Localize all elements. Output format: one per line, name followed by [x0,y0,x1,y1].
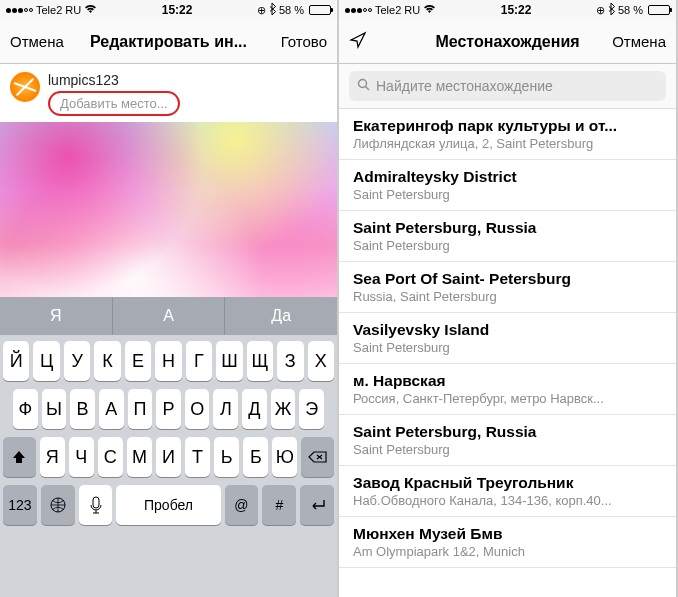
clock: 15:22 [501,3,532,17]
svg-point-2 [359,80,367,88]
key[interactable]: Х [308,341,334,381]
key[interactable]: И [156,437,181,477]
location-item[interactable]: Saint Petersburg, RussiaSaint Petersburg [339,211,676,262]
location-title: Завод Красный Треугольник [353,474,662,492]
key[interactable]: А [99,389,124,429]
location-title: Admiralteysky District [353,168,662,186]
location-item[interactable]: м. НарвскаяРоссия, Санкт-Петербург, метр… [339,364,676,415]
suggestion[interactable]: Я [0,297,113,335]
key[interactable]: Э [299,389,324,429]
nav-bar: Местонахождения Отмена [339,20,676,64]
key[interactable]: Ц [33,341,59,381]
location-title: Vasilyevsky Island [353,321,662,339]
key[interactable]: Г [186,341,212,381]
signal-dots-icon [345,8,372,13]
left-screen: Tele2 RU 15:22 ⊕ 58 % Отмена Редактирова… [0,0,339,597]
key[interactable]: П [128,389,153,429]
alarm-icon: ⊕ [257,4,266,17]
page-title: Местонахождения [414,33,601,51]
key[interactable]: Ф [13,389,38,429]
numbers-key[interactable]: 123 [3,485,37,525]
key[interactable]: К [94,341,120,381]
key[interactable]: М [127,437,152,477]
location-item[interactable]: Екатерингоф парк культуры и от...Лифлянд… [339,109,676,160]
battery-icon [648,5,670,15]
wifi-icon [84,4,97,16]
done-button[interactable]: Готово [262,33,327,50]
key[interactable]: Я [40,437,65,477]
location-item[interactable]: Admiralteysky DistrictSaint Petersburg [339,160,676,211]
return-key[interactable] [300,485,334,525]
search-placeholder: Найдите местонахождение [376,78,553,94]
key[interactable]: Ю [272,437,297,477]
bluetooth-icon [608,3,615,17]
hash-key[interactable]: # [262,485,296,525]
location-arrow-icon[interactable] [349,31,414,52]
key[interactable]: У [64,341,90,381]
space-key[interactable]: Пробел [116,485,220,525]
signal-dots-icon [6,8,33,13]
keyboard: ЙЦУКЕНГШЩЗХ ФЫВАПРОЛДЖЭ ЯЧСМИТЬБЮ 123Про… [0,335,337,597]
key[interactable]: Т [185,437,210,477]
key[interactable]: Ш [216,341,242,381]
cancel-button[interactable]: Отмена [601,33,666,50]
nav-bar: Отмена Редактировать ин... Готово [0,20,337,64]
key[interactable]: Б [243,437,268,477]
key[interactable]: З [277,341,303,381]
location-item[interactable]: Sea Port Of Saint- PetersburgRussia, Sai… [339,262,676,313]
page-title: Редактировать ин... [75,33,262,51]
location-title: Екатерингоф парк культуры и от... [353,117,662,135]
svg-rect-1 [93,497,99,508]
key[interactable]: С [98,437,123,477]
location-item[interactable]: Saint Petersburg, RussiaSaint Petersburg [339,415,676,466]
location-item[interactable]: Vasilyevsky IslandSaint Petersburg [339,313,676,364]
location-subtitle: Saint Petersburg [353,187,662,202]
shift-key[interactable] [3,437,36,477]
key[interactable]: В [70,389,95,429]
add-location-button[interactable]: Добавить место... [48,91,180,116]
location-subtitle: Saint Petersburg [353,238,662,253]
key[interactable]: Й [3,341,29,381]
location-subtitle: Лифляндская улица, 2, Saint Petersburg [353,136,662,151]
suggestion[interactable]: Да [225,297,337,335]
key[interactable]: О [185,389,210,429]
caption-area: lumpics123 Добавить место... [0,64,337,122]
key[interactable]: Ы [42,389,67,429]
location-item[interactable]: Завод Красный ТреугольникНаб.Обводного К… [339,466,676,517]
right-screen: Tele2 RU 15:22 ⊕ 58 % Местонахождения От… [339,0,678,597]
keyboard-suggestion-bar: Я А Да [0,297,337,335]
carrier-label: Tele2 RU [375,4,420,16]
suggestion[interactable]: А [113,297,226,335]
key[interactable]: Щ [247,341,273,381]
search-input[interactable]: Найдите местонахождение [349,71,666,101]
wifi-icon [423,4,436,16]
username-label: lumpics123 [48,72,327,88]
key[interactable]: Ь [214,437,239,477]
backspace-key[interactable] [301,437,334,477]
location-subtitle: Наб.Обводного Канала, 134-136, корп.40..… [353,493,662,508]
battery-icon [309,5,331,15]
avatar [10,72,40,102]
location-subtitle: Saint Petersburg [353,340,662,355]
location-item[interactable]: Мюнхен Музей БмвAm Olympiapark 1&2, Muni… [339,517,676,568]
alarm-icon: ⊕ [596,4,605,17]
location-subtitle: Russia, Saint Petersburg [353,289,662,304]
mic-key[interactable] [79,485,113,525]
key[interactable]: Ж [271,389,296,429]
key[interactable]: Ч [69,437,94,477]
cancel-button[interactable]: Отмена [10,33,75,50]
key[interactable]: Е [125,341,151,381]
at-key[interactable]: @ [225,485,259,525]
globe-key[interactable] [41,485,75,525]
key[interactable]: Р [156,389,181,429]
search-bar: Найдите местонахождение [339,64,676,109]
locations-list[interactable]: Екатерингоф парк культуры и от...Лифлянд… [339,109,676,597]
key[interactable]: Д [242,389,267,429]
battery-percent: 58 % [279,4,304,16]
location-title: м. Нарвская [353,372,662,390]
key[interactable]: Л [213,389,238,429]
location-title: Saint Petersburg, Russia [353,219,662,237]
status-bar: Tele2 RU 15:22 ⊕ 58 % [339,0,676,20]
key[interactable]: Н [155,341,181,381]
location-subtitle: Россия, Санкт-Петербург, метро Нарвск... [353,391,662,406]
